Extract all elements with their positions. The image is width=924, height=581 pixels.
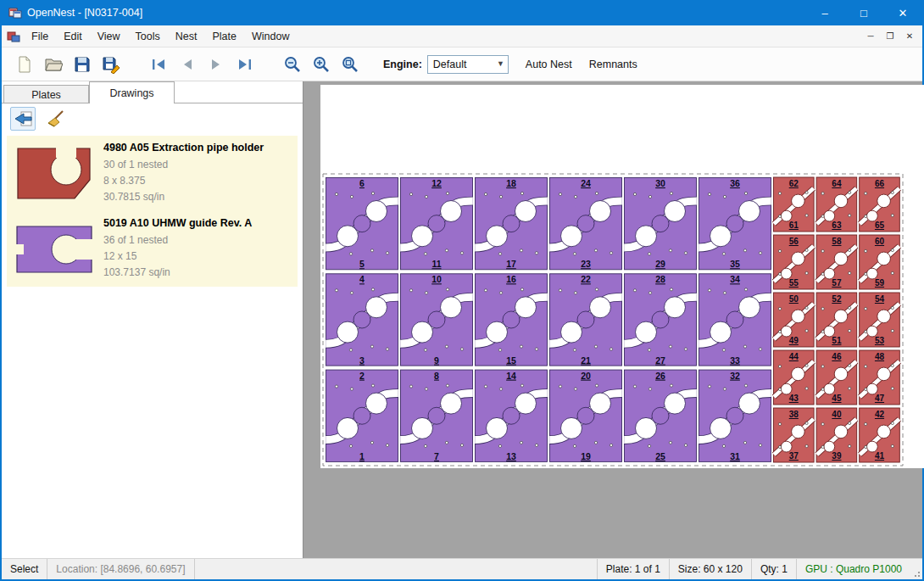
nest-cell-red[interactable]: 5453 [860,293,900,347]
drawing-size: 12 x 15 [103,249,294,265]
part-number: 1 [359,451,365,461]
nest-cell-red[interactable]: 5857 [816,235,857,289]
nest-cell-purple[interactable]: 1615 [475,274,548,366]
zoom-out-button[interactable] [278,51,307,78]
nest-cell-purple[interactable]: 1211 [400,178,473,270]
menu-item-edit[interactable]: Edit [56,25,90,47]
nest-cell-purple[interactable]: 65 [326,178,398,270]
part-number: 56 [789,237,799,246]
status-mode: Select [2,559,47,579]
nest-cell-purple[interactable]: 109 [400,274,473,366]
nest-cell-red[interactable]: 6463 [816,177,857,232]
nest-cell-red[interactable]: 6261 [774,177,815,232]
auto-nest-button[interactable]: Auto Nest [517,53,581,75]
nest-cell-purple[interactable]: 3231 [699,370,771,461]
assign-parts-button[interactable] [10,107,36,131]
nest-cell-purple[interactable]: 2827 [624,274,697,366]
nest-cell-red[interactable]: 5049 [774,293,815,347]
mdi-restore-button[interactable]: ❐ [881,29,899,44]
drawing-area: 103.7137 sq/in [103,265,294,281]
menu-bar: FileEditViewToolsNestPlateWindow ─ ❐ ✕ [2,25,922,47]
engine-select[interactable]: Default ▼ [427,55,509,74]
menu-item-plate[interactable]: Plate [204,25,244,47]
menu-item-view[interactable]: View [90,25,128,47]
drawing-size: 8 x 8.375 [103,173,294,189]
menu-item-nest[interactable]: Nest [168,25,205,47]
menu-item-window[interactable]: Window [244,25,297,47]
last-plate-icon [237,59,253,70]
maximize-button[interactable]: □ [844,0,883,25]
nest-cell-purple[interactable]: 3635 [699,178,771,270]
close-button[interactable]: ✕ [883,0,922,25]
nest-cell-red[interactable]: 5655 [774,235,815,289]
zoom-in-button[interactable] [307,51,336,78]
menu-item-file[interactable]: File [24,25,56,47]
part-number: 64 [832,179,842,188]
status-qty: Qty: 1 [751,559,796,579]
nest-cell-purple[interactable]: 3029 [624,178,697,270]
part-number: 6 [359,178,365,188]
nest-cell-purple[interactable]: 2019 [549,370,622,461]
nest-svg: 6512111817242330293635431091615222128273… [303,81,924,560]
zoom-fit-button[interactable] [336,51,365,78]
part-number: 26 [655,371,665,381]
part-number: 42 [875,410,885,419]
nest-cell-red[interactable]: 6665 [860,177,900,232]
resize-grip[interactable] [910,559,922,579]
zoom-fit-icon [341,55,359,74]
part-number: 30 [655,178,665,188]
nav-toolbar-group [144,51,259,78]
mdi-close-button[interactable]: ✕ [900,29,919,44]
remnants-button[interactable]: Remnants [581,53,646,75]
open-button[interactable] [39,51,68,78]
previous-plate-icon [179,59,196,70]
part-number: 22 [581,274,591,284]
part-number: 60 [875,237,885,246]
nav-next-button[interactable] [202,51,231,78]
minimize-button[interactable]: – [805,0,844,25]
canvas[interactable]: 6512111817242330293635431091615222128273… [303,81,922,558]
drawing-area: 30.7815 sq/in [103,189,294,205]
clear-nest-button[interactable] [42,107,68,131]
nest-cell-red[interactable]: 4241 [860,408,900,462]
nest-cell-red[interactable]: 4645 [816,350,857,405]
nest-cell-purple[interactable]: 2221 [549,274,622,366]
save-button[interactable] [68,51,97,78]
part-number: 20 [581,371,591,381]
drawing-list-item[interactable]: 5019 A10 UHMW guide Rev. A36 of 1 nested… [7,211,298,287]
nav-last-button[interactable] [231,51,259,78]
save-as-button[interactable] [97,51,125,78]
mdi-minimize-button[interactable]: ─ [861,29,880,44]
nest-cell-purple[interactable]: 87 [400,370,473,461]
part-number: 5 [359,259,365,269]
nest-cell-red[interactable]: 4039 [816,408,857,462]
nav-first-button[interactable] [144,51,173,78]
part-number: 31 [730,451,740,461]
nest-cell-purple[interactable]: 2423 [549,178,622,270]
nest-cell-red[interactable]: 3837 [774,408,815,462]
engine-label: Engine: [383,59,422,70]
tab-plates[interactable]: Plates [3,85,89,103]
nest-cell-purple[interactable]: 21 [326,370,398,461]
part-number: 51 [832,336,842,345]
nest-cell-red[interactable]: 5251 [816,293,857,347]
nav-prev-button[interactable] [173,51,202,78]
nest-cell-purple[interactable]: 43 [326,274,398,366]
nest-cell-red[interactable]: 4443 [774,350,815,405]
part-number: 46 [832,352,842,361]
nest-cell-red[interactable]: 4847 [860,350,900,405]
status-plate: Plate: 1 of 1 [597,559,669,579]
part-number: 15 [506,355,516,366]
new-button[interactable] [10,51,39,78]
nest-cell-purple[interactable]: 1817 [475,178,548,270]
part-number: 28 [655,274,665,284]
part-number: 11 [431,259,441,269]
nest-cell-red[interactable]: 6059 [860,235,900,289]
drawing-thumbnail [10,220,98,279]
nest-cell-purple[interactable]: 1413 [475,370,548,461]
tab-drawings[interactable]: Drawings [89,81,175,103]
nest-cell-purple[interactable]: 3433 [699,274,771,366]
nest-cell-purple[interactable]: 2625 [624,370,697,461]
drawing-list-item[interactable]: 4980 A05 Extraction pipe holder30 of 1 n… [7,136,298,211]
menu-item-tools[interactable]: Tools [128,25,168,47]
